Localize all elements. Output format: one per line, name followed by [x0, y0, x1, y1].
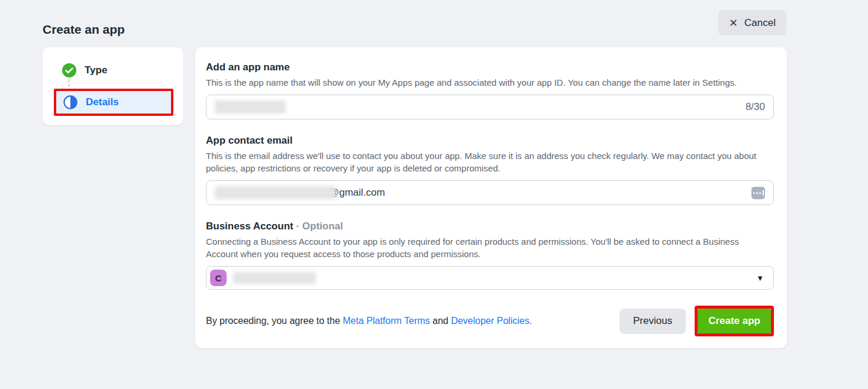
- cancel-button[interactable]: ✕ Cancel: [718, 10, 786, 35]
- contact-email-label: App contact email: [206, 135, 774, 147]
- stepper-connector: [43, 80, 183, 86]
- redacted-email-value: [215, 186, 336, 199]
- page-title: Create an app: [43, 22, 125, 37]
- stepper-card: Type Details: [43, 47, 183, 125]
- create-app-button[interactable]: Create app: [698, 309, 771, 333]
- autofill-icon[interactable]: [751, 187, 765, 199]
- business-account-avatar: C: [210, 270, 227, 286]
- form-footer: By proceeding, you agree to the Meta Pla…: [206, 306, 774, 336]
- close-icon: ✕: [729, 18, 738, 28]
- agreement-text: By proceeding, you agree to the Meta Pla…: [206, 316, 532, 326]
- contact-email-section: App contact email This is the email addr…: [206, 135, 774, 205]
- business-account-label: Business Account · Optional: [206, 221, 774, 232]
- business-account-section: Business Account · Optional Connecting a…: [206, 221, 774, 290]
- app-name-section: Add an app name This is the app name tha…: [206, 61, 774, 119]
- redacted-business-account-name: [233, 272, 316, 284]
- cancel-button-label: Cancel: [744, 17, 776, 29]
- app-name-label: Add an app name: [206, 61, 774, 73]
- contact-email-description: This is the email address we'll use to c…: [206, 150, 765, 174]
- stepper-item-details-label: Details: [86, 96, 119, 108]
- business-account-optional-label: · Optional: [293, 221, 343, 232]
- annotation-box-create-app: Create app: [695, 306, 774, 336]
- contact-email-input[interactable]: @gmail.com: [206, 180, 774, 205]
- email-visible-suffix: @gmail.com: [329, 187, 385, 199]
- half-circle-icon: [63, 95, 78, 109]
- stepper-item-type-label: Type: [85, 64, 107, 76]
- stepper-item-details[interactable]: Details: [56, 91, 171, 114]
- business-account-description: Connecting a Business Account to your ap…: [206, 235, 765, 260]
- app-name-char-counter: 8/30: [746, 101, 765, 113]
- create-app-page: Create an app ✕ Cancel Type Details: [0, 0, 868, 389]
- app-name-description: This is the app name that will show on y…: [206, 76, 765, 89]
- check-circle-icon: [62, 63, 76, 77]
- chevron-down-icon: ▼: [756, 274, 764, 283]
- meta-platform-terms-link[interactable]: Meta Platform Terms: [343, 316, 430, 326]
- stepper-item-type[interactable]: Type: [43, 63, 183, 77]
- developer-policies-link[interactable]: Developer Policies.: [451, 316, 532, 326]
- redacted-app-name-value: [215, 101, 286, 114]
- annotation-box-details: Details: [54, 89, 173, 116]
- business-account-dropdown[interactable]: C ▼: [206, 266, 774, 290]
- previous-button[interactable]: Previous: [619, 309, 686, 334]
- app-name-input[interactable]: 8/30: [206, 95, 774, 119]
- create-app-form-card: Add an app name This is the app name tha…: [195, 47, 787, 348]
